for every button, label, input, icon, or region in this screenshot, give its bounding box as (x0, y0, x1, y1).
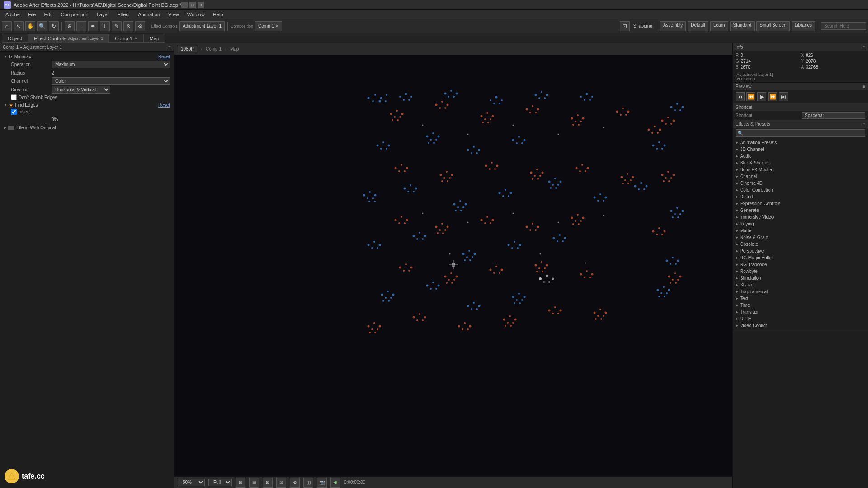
invert-checkbox[interactable] (11, 109, 17, 115)
effects-cat-transition[interactable]: ▶ Transition (733, 309, 868, 315)
tab-comp1-close[interactable]: ✕ (134, 36, 138, 41)
prev-next-frame[interactable]: ⏩ (768, 92, 777, 101)
operation-select[interactable]: Maximum (52, 61, 170, 68)
effects-cat-rg-trap[interactable]: ▶ RG Trapcode (733, 261, 868, 268)
info-header[interactable]: Info ≡ (733, 43, 868, 51)
snapping-icon[interactable]: ⊡ (620, 21, 630, 31)
guides-btn[interactable]: ⊟ (249, 478, 259, 488)
effects-cat-3d[interactable]: ▶ 3D Channel (733, 146, 868, 153)
stamp-tool[interactable]: ⊗ (123, 21, 133, 31)
panel-options-icon[interactable]: ≡ (168, 45, 171, 50)
channel-select[interactable]: Color (52, 77, 170, 85)
minimax-reset[interactable]: Reset (158, 54, 170, 59)
grid-btn[interactable]: ⊞ (236, 478, 245, 488)
effects-cat-noise[interactable]: ▶ Noise & Grain (733, 234, 868, 241)
preset-default[interactable]: Default (688, 21, 708, 31)
close-button[interactable]: × (198, 2, 204, 8)
preset-assembly[interactable]: Assembly (660, 21, 686, 31)
effects-cat-expression[interactable]: ▶ Expression Controls (733, 200, 868, 207)
effects-cat-channel[interactable]: ▶ Channel (733, 173, 868, 180)
adjustment-layer-btn[interactable]: Adjustment Layer 1 (179, 21, 225, 31)
rotation-tool[interactable]: ↻ (49, 21, 59, 31)
maximize-button[interactable]: □ (189, 2, 196, 8)
prev-first-frame[interactable]: ⏮ (736, 92, 745, 101)
info-options[interactable]: ≡ (863, 45, 865, 50)
effects-cat-trapframe[interactable]: ▶ Trapframeinal (733, 288, 868, 295)
direction-select[interactable]: Horizontal & Vertical (52, 86, 110, 94)
effects-cat-perspective[interactable]: ▶ Perspective (733, 248, 868, 254)
find-edges-title[interactable]: ▼ ★ Find Edges Reset (2, 102, 172, 108)
comp-tab-nav[interactable]: Comp 1 (206, 47, 222, 52)
snapshot-btn[interactable]: 📷 (317, 478, 327, 488)
effects-search-input[interactable] (736, 129, 865, 137)
preview-options[interactable]: ≡ (863, 84, 865, 89)
zoom-select[interactable]: 50% 100% (178, 479, 205, 486)
find-edges-reset[interactable]: Reset (158, 103, 170, 108)
preset-small[interactable]: Small Screen (756, 21, 789, 31)
effects-presets-options[interactable]: ≡ (863, 122, 865, 127)
effects-cat-immersive[interactable]: ▶ Immersive Video (733, 214, 868, 221)
zoom-tool[interactable]: 🔍 (37, 21, 47, 31)
effects-cat-time[interactable]: ▶ Time (733, 302, 868, 309)
preview-header[interactable]: Preview ≡ (733, 83, 868, 90)
menu-help[interactable]: Help (209, 11, 227, 18)
effects-cat-simulation[interactable]: ▶ Simulation (733, 275, 868, 282)
preset-learn[interactable]: Learn (710, 21, 728, 31)
menu-adobe[interactable]: Adobe (2, 11, 24, 18)
menu-effect[interactable]: Effect (113, 11, 133, 18)
brush-tool[interactable]: ✎ (112, 21, 122, 31)
puppet-tool[interactable]: ※ (135, 21, 145, 31)
menu-window[interactable]: Window (184, 11, 208, 18)
tab-comp1[interactable]: Comp 1 ✕ (109, 34, 144, 43)
channels-btn[interactable]: ⊡ (276, 478, 286, 488)
shortcut-header[interactable]: Shortcut (733, 103, 868, 111)
menu-edit[interactable]: Edit (41, 11, 57, 18)
preset-standard[interactable]: Standard (730, 21, 755, 31)
effects-cat-rg-magic[interactable]: ▶ RG Magic Bullet (733, 254, 868, 261)
prev-play[interactable]: ▶ (757, 92, 766, 101)
ruler-btn[interactable]: ⊠ (263, 478, 273, 488)
transparency-btn[interactable]: ◫ (303, 478, 313, 488)
effects-cat-audio[interactable]: ▶ Audio (733, 153, 868, 160)
search-help-input[interactable] (821, 22, 866, 30)
effects-cat-animation[interactable]: ▶ Animation Presets (733, 139, 868, 146)
blend-original-title[interactable]: ▶ Blend With Original (2, 124, 172, 131)
hand-tool[interactable]: ✋ (25, 21, 35, 31)
menu-animation[interactable]: Animation (134, 11, 164, 18)
effects-cat-keying[interactable]: ▶ Keying (733, 221, 868, 227)
effects-cat-text[interactable]: ▶ Text (733, 295, 868, 302)
effects-presets-header[interactable]: Effects & Presets ≡ (733, 120, 868, 128)
menu-view[interactable]: View (165, 11, 183, 18)
home-icon[interactable]: ⌂ (2, 21, 12, 31)
effects-cat-rowbyte[interactable]: ▶ Rowbyte (733, 268, 868, 275)
effects-cat-matte[interactable]: ▶ Matte (733, 227, 868, 234)
comp-resolution[interactable]: 1080P (178, 46, 197, 52)
tab-effect-controls[interactable]: Effect Controls Adjustment Layer 1 (28, 34, 109, 43)
effects-cat-video-copilot[interactable]: ▶ Video Copilot (733, 322, 868, 329)
effects-cat-utility[interactable]: ▶ Utility (733, 315, 868, 322)
menu-layer[interactable]: Layer (93, 11, 113, 18)
shortcut-input[interactable] (802, 112, 865, 119)
dont-shrink-checkbox[interactable] (11, 94, 17, 100)
pen-tool[interactable]: ✒ (88, 21, 98, 31)
text-tool[interactable]: T (100, 21, 110, 31)
preset-libraries[interactable]: Libraries (792, 21, 815, 31)
comp-tab-btn[interactable]: Comp 1 ✕ (255, 21, 282, 31)
effects-cat-generate[interactable]: ▶ Generate (733, 207, 868, 214)
tab-object[interactable]: Object (2, 34, 28, 43)
view-mode-select[interactable]: Full Half (208, 479, 232, 486)
effects-cat-obsolete[interactable]: ▶ Obsolete (733, 241, 868, 248)
mask-btn[interactable]: ⊗ (290, 478, 300, 488)
menu-file[interactable]: File (24, 11, 40, 18)
menu-composition[interactable]: Composition (57, 11, 92, 18)
minimize-button[interactable]: − (181, 2, 188, 8)
effects-cat-stylize[interactable]: ▶ Stylize (733, 282, 868, 288)
selection-tool[interactable]: ↖ (14, 21, 24, 31)
comp-map-nav[interactable]: Map (230, 47, 239, 52)
minimax-title[interactable]: ▼ fx Minimax Reset (2, 53, 172, 60)
effects-cat-color[interactable]: ▶ Color Correction (733, 187, 868, 193)
effects-cat-cinema[interactable]: ▶ Cinema 4D (733, 180, 868, 187)
render-btn[interactable]: ⊕ (330, 478, 340, 488)
tab-map[interactable]: Map (144, 34, 165, 43)
effects-cat-boris[interactable]: ▶ Boris FX Mocha (733, 166, 868, 173)
